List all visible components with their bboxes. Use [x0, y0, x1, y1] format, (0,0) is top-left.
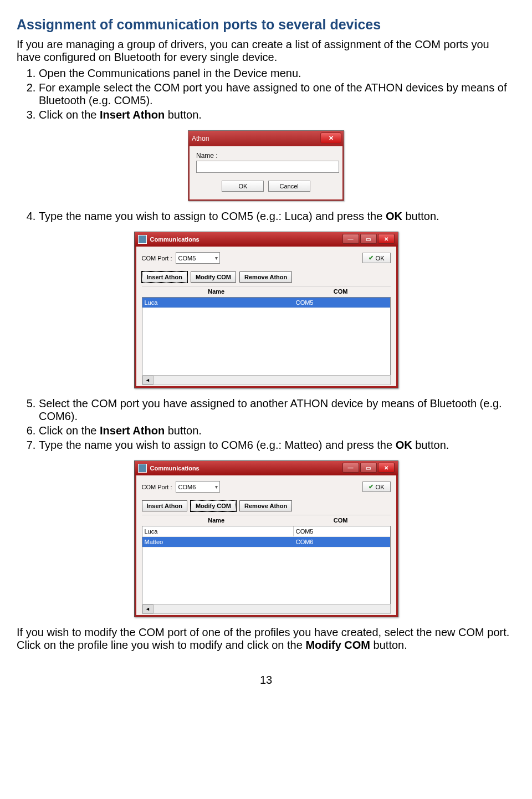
check-icon: ✔	[369, 483, 374, 490]
comm-titlebar[interactable]: Communications — ▭ ✕	[135, 232, 398, 247]
cell-name: Luca	[142, 526, 294, 536]
cell-com: COM5	[294, 298, 391, 308]
col-header-com: COM	[291, 288, 391, 295]
step-6: Click on the Insert Athon button.	[39, 424, 515, 437]
communications-window-2: Communications — ▭ ✕ COM Port : COM6 ✔ O…	[134, 460, 398, 617]
close-icon[interactable]: ✕	[378, 463, 395, 473]
comm-title: Communications	[150, 236, 200, 243]
cell-com: COM6	[294, 537, 391, 547]
steps-list-a: Open the Communications panel in the Dev…	[39, 67, 515, 121]
scrollbar[interactable]: ◄	[142, 375, 391, 385]
col-header-com: COM	[291, 517, 391, 524]
cell-com: COM5	[294, 526, 391, 536]
com-port-combo[interactable]: COM6	[176, 481, 220, 493]
minimize-icon[interactable]: —	[342, 234, 359, 244]
modify-com-button[interactable]: Modify COM	[191, 272, 236, 283]
cell-name: Matteo	[142, 537, 294, 547]
step-1: Open the Communications panel in the Dev…	[39, 67, 515, 80]
table-row[interactable]: MatteoCOM6	[142, 537, 390, 547]
name-input[interactable]	[196, 161, 339, 173]
athon-title: Athon	[192, 135, 209, 142]
check-icon: ✔	[369, 254, 374, 262]
page-heading: Assignment of communication ports to sev…	[17, 17, 515, 33]
app-icon	[138, 464, 147, 473]
close-icon[interactable]: ✕	[378, 234, 395, 244]
athon-dialog: Athon ✕ Name : OK Cancel	[188, 130, 344, 201]
name-label: Name :	[196, 152, 336, 160]
step-5: Select the COM port you have assigned to…	[39, 397, 515, 423]
cancel-button[interactable]: Cancel	[268, 181, 310, 192]
comm-table-1[interactable]: LucaCOM5	[142, 297, 391, 375]
scroll-left-icon[interactable]: ◄	[142, 605, 154, 613]
cell-name: Luca	[142, 298, 294, 308]
com-port-combo[interactable]: COM5	[176, 252, 220, 264]
outro-paragraph: If you wish to modify the COM port of on…	[17, 626, 515, 652]
modify-com-button[interactable]: Modify COM	[191, 500, 236, 511]
intro-paragraph: If you are managing a group of drivers, …	[17, 38, 515, 64]
comm-titlebar[interactable]: Communications — ▭ ✕	[135, 461, 398, 475]
close-icon[interactable]: ✕	[320, 132, 341, 144]
col-header-name: Name	[142, 517, 291, 524]
scroll-left-icon[interactable]: ◄	[142, 376, 154, 385]
step-2: For example select the COM port you have…	[39, 81, 515, 107]
com-port-label: COM Port :	[142, 484, 172, 490]
com-port-label: COM Port :	[142, 255, 172, 262]
athon-titlebar[interactable]: Athon ✕	[188, 131, 344, 146]
communications-window-1: Communications — ▭ ✕ COM Port : COM5 ✔ O…	[134, 232, 398, 388]
page-number: 13	[17, 674, 515, 687]
ok-button[interactable]: ✔ OK	[362, 482, 391, 492]
table-row[interactable]: LucaCOM5	[142, 526, 390, 537]
ok-button[interactable]: ✔ OK	[362, 253, 391, 263]
table-row[interactable]: LucaCOM5	[142, 298, 390, 308]
step-7: Type the name you wish to assign to COM6…	[39, 439, 515, 452]
maximize-icon[interactable]: ▭	[360, 463, 377, 473]
comm-title: Communications	[150, 465, 200, 472]
comm-table-2[interactable]: LucaCOM5MatteoCOM6	[142, 526, 391, 604]
step-3: Click on the Insert Athon button.	[39, 109, 515, 121]
col-header-name: Name	[142, 288, 291, 295]
ok-button[interactable]: OK	[222, 181, 264, 192]
remove-athon-button[interactable]: Remove Athon	[239, 272, 292, 283]
maximize-icon[interactable]: ▭	[360, 234, 377, 244]
steps-list-a2: Type the name you wish to assign to COM5…	[39, 210, 515, 223]
insert-athon-button[interactable]: Insert Athon	[142, 272, 187, 283]
scrollbar[interactable]: ◄	[142, 604, 391, 614]
remove-athon-button[interactable]: Remove Athon	[239, 500, 292, 511]
insert-athon-button[interactable]: Insert Athon	[142, 500, 187, 511]
steps-list-b: Select the COM port you have assigned to…	[39, 397, 515, 452]
app-icon	[138, 235, 147, 244]
step-4: Type the name you wish to assign to COM5…	[39, 210, 515, 223]
minimize-icon[interactable]: —	[342, 463, 359, 473]
